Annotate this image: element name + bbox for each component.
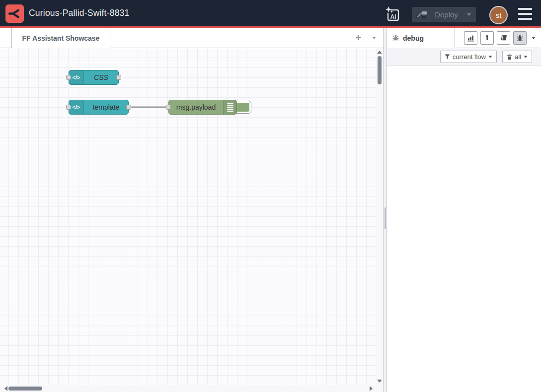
debug-clear-button[interactable]: all	[502, 51, 532, 63]
chevron-down-icon	[372, 37, 376, 39]
debug-filter-toolbar: current flow all	[387, 48, 541, 66]
book-icon	[499, 34, 508, 42]
node-output-port[interactable]	[116, 75, 121, 80]
chevron-down-icon	[467, 13, 471, 16]
sidebar-resize-handle[interactable]	[383, 28, 387, 392]
bug-icon	[516, 34, 524, 42]
sidebar-tab-bar: debug i	[387, 28, 541, 48]
chart-icon	[467, 34, 475, 42]
vertical-scroll-thumb[interactable]	[378, 56, 382, 84]
node-label: template	[84, 100, 128, 114]
filter-icon	[445, 54, 450, 60]
flow-tab[interactable]: FF Assistant Showcase	[11, 28, 110, 48]
chevron-down-icon	[524, 56, 528, 58]
code-icon: </>	[69, 70, 84, 84]
vertical-scrollbar[interactable]	[376, 48, 383, 385]
ai-sparkle-icon: AI	[384, 6, 401, 23]
help-button[interactable]	[497, 31, 510, 45]
ai-assistant-button[interactable]: AI	[383, 5, 402, 24]
scroll-down-arrow[interactable]	[377, 380, 382, 383]
hamburger-bar	[518, 8, 532, 10]
svg-text:AI: AI	[390, 13, 396, 20]
sidebar-tab-debug[interactable]: debug	[387, 28, 455, 48]
deploy-label: Deploy	[431, 10, 462, 19]
trash-icon	[507, 54, 512, 60]
debug-filter-label: current flow	[453, 53, 486, 61]
node-template[interactable]: </> template	[69, 100, 129, 115]
debug-filter-button[interactable]: current flow	[440, 51, 497, 63]
wire-layer	[0, 48, 376, 385]
flowfuse-logo-icon[interactable]	[5, 4, 24, 23]
sidebar: debug i	[387, 28, 541, 392]
debug-clear-label: all	[515, 53, 521, 61]
scroll-left-arrow[interactable]	[4, 386, 7, 391]
node-label: msg.payload	[169, 100, 223, 114]
sidebar-options-button[interactable]	[530, 28, 538, 48]
debug-toggle-state	[235, 103, 249, 112]
info-icon: i	[486, 34, 489, 42]
project-title: Curious-Pallid-Swift-8831	[29, 0, 129, 26]
deploy-icon	[412, 10, 431, 19]
hamburger-bar	[518, 18, 532, 20]
debug-list-icon	[223, 100, 236, 114]
scroll-right-arrow[interactable]	[370, 386, 373, 391]
flow-tab-label: FF Assistant Showcase	[22, 34, 100, 42]
main-menu-button[interactable]	[518, 8, 532, 20]
chevron-down-icon	[532, 37, 536, 39]
sidebar-tool-buttons: i	[464, 31, 527, 45]
plus-icon: +	[355, 32, 361, 44]
user-avatar[interactable]: st	[489, 6, 508, 24]
node-template-css[interactable]: </> CSS	[69, 70, 119, 85]
flow-list-button[interactable]	[368, 28, 381, 48]
scroll-up-arrow[interactable]	[377, 51, 382, 54]
chevron-down-icon	[489, 56, 492, 58]
node-input-port[interactable]	[66, 105, 71, 110]
horizontal-scroll-thumb[interactable]	[8, 387, 42, 391]
debug-sidebar-button[interactable]	[513, 31, 527, 45]
add-flow-button[interactable]: +	[350, 28, 366, 48]
header: Curious-Pallid-Swift-8831 AI Deploy	[0, 0, 541, 28]
flow-canvas[interactable]: </> CSS </> template msg.payload	[0, 48, 376, 385]
bug-icon	[392, 34, 399, 43]
hamburger-bar	[518, 13, 532, 15]
node-debug[interactable]: msg.payload	[168, 100, 237, 115]
dashboard-button[interactable]	[464, 31, 477, 45]
node-label: CSS	[84, 70, 118, 84]
deploy-button[interactable]: Deploy	[412, 7, 476, 22]
resize-grip	[385, 207, 386, 229]
node-output-port[interactable]	[126, 105, 131, 110]
node-input-port[interactable]	[66, 75, 71, 80]
horizontal-scrollbar[interactable]	[0, 385, 383, 392]
deploy-options-button[interactable]	[462, 7, 476, 22]
info-button[interactable]: i	[480, 31, 494, 45]
code-icon: </>	[69, 100, 84, 114]
node-red-editor: Curious-Pallid-Swift-8831 AI Deploy	[0, 0, 541, 392]
debug-messages-panel[interactable]	[387, 66, 541, 392]
node-input-port[interactable]	[166, 105, 171, 110]
workspace-tab-bar: FF Assistant Showcase +	[0, 28, 383, 48]
sidebar-tab-label: debug	[403, 34, 424, 42]
avatar-initials: st	[496, 11, 502, 19]
